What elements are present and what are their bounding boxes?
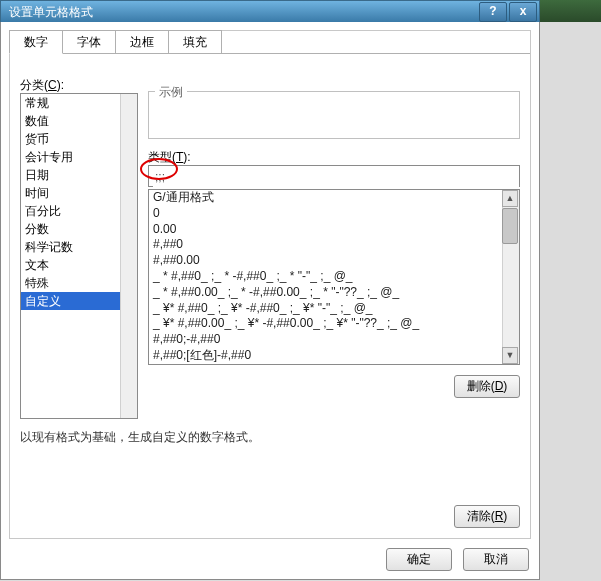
format-scrollbar[interactable]: ▲ ▼ bbox=[502, 190, 519, 364]
ok-button[interactable]: 确定 bbox=[386, 548, 452, 571]
sample-label: 示例 bbox=[155, 84, 187, 101]
category-label: 分类(C): bbox=[20, 77, 64, 94]
dialog-buttons: 确定 取消 bbox=[378, 548, 529, 571]
tabstrip: 数字字体边框填充 bbox=[9, 30, 221, 54]
type-input[interactable] bbox=[153, 166, 519, 188]
format-item[interactable]: _ * #,##0.00_ ;_ * -#,##0.00_ ;_ * "-"??… bbox=[149, 285, 519, 301]
tab-font[interactable]: 字体 bbox=[62, 30, 116, 54]
help-button[interactable]: ? bbox=[479, 2, 507, 22]
category-scrollbar[interactable] bbox=[120, 94, 137, 418]
sample-box: 示例 bbox=[148, 91, 520, 139]
type-label: 类型(T): bbox=[148, 149, 191, 166]
clear-button[interactable]: 清除(R) bbox=[454, 505, 520, 528]
format-item[interactable]: #,##0;[红色]-#,##0 bbox=[149, 348, 519, 364]
hint-text: 以现有格式为基础，生成自定义的数字格式。 bbox=[20, 429, 260, 446]
format-item[interactable]: _ ¥* #,##0.00_ ;_ ¥* -#,##0.00_ ;_ ¥* "-… bbox=[149, 316, 519, 332]
scroll-down-icon[interactable]: ▼ bbox=[502, 347, 518, 364]
scroll-thumb[interactable] bbox=[502, 208, 518, 244]
tab-border[interactable]: 边框 bbox=[115, 30, 169, 54]
type-input-wrap bbox=[148, 165, 520, 187]
format-item[interactable]: #,##0;-#,##0 bbox=[149, 332, 519, 348]
format-item[interactable]: #,##0 bbox=[149, 237, 519, 253]
format-item[interactable]: 0.00 bbox=[149, 222, 519, 238]
scroll-up-icon[interactable]: ▲ bbox=[502, 190, 518, 207]
format-item[interactable]: #,##0.00 bbox=[149, 253, 519, 269]
format-listbox[interactable]: G/通用格式 0 0.00 #,##0 #,##0.00 _ * #,##0_ … bbox=[148, 189, 520, 365]
tab-number[interactable]: 数字 bbox=[9, 30, 63, 54]
window-title: 设置单元格格式 bbox=[9, 5, 93, 19]
category-listbox[interactable]: 常规 数值 货币 会计专用 日期 时间 百分比 分数 科学记数 文本 特殊 自定… bbox=[20, 93, 138, 419]
close-button[interactable]: x bbox=[509, 2, 537, 22]
format-item[interactable]: G/通用格式 bbox=[149, 190, 519, 206]
cancel-button[interactable]: 取消 bbox=[463, 548, 529, 571]
titlebar[interactable]: 设置单元格格式 ? x bbox=[0, 0, 540, 22]
format-item[interactable]: #,##0.00;-#,##0.00 bbox=[149, 364, 519, 365]
tab-underline bbox=[10, 53, 530, 54]
format-item[interactable]: 0 bbox=[149, 206, 519, 222]
format-item[interactable]: _ * #,##0_ ;_ * -#,##0_ ;_ * "-"_ ;_ @_ bbox=[149, 269, 519, 285]
tab-fill[interactable]: 填充 bbox=[168, 30, 222, 54]
dialog-client: 数字字体边框填充 分类(C): 常规 数值 货币 会计专用 日期 时间 百分比 … bbox=[0, 22, 540, 580]
format-item[interactable]: _ ¥* #,##0_ ;_ ¥* -#,##0_ ;_ ¥* "-"_ ;_ … bbox=[149, 301, 519, 317]
delete-button[interactable]: 删除(D) bbox=[454, 375, 520, 398]
dialog-inner: 数字字体边框填充 分类(C): 常规 数值 货币 会计专用 日期 时间 百分比 … bbox=[9, 30, 531, 539]
